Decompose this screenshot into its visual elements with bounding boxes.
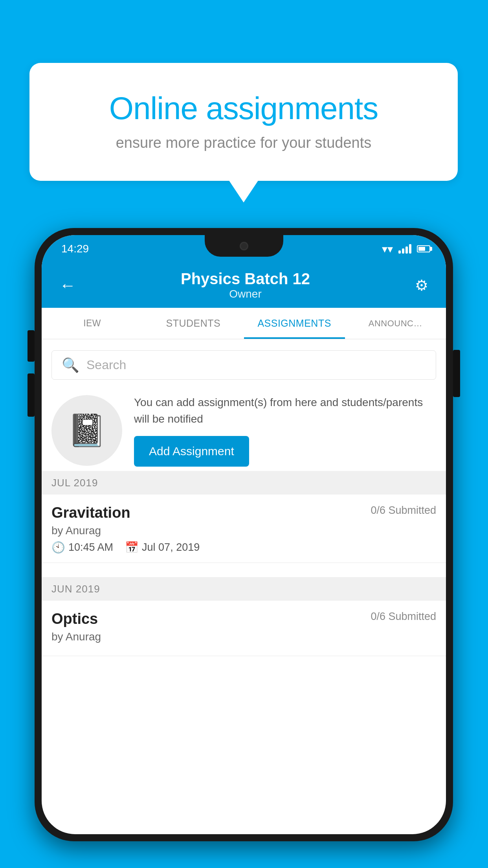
status-time: 14:29 (61, 243, 89, 255)
wifi-icon: ▾▾ (382, 243, 393, 256)
assignment-meta-gravitation: 🕙 10:45 AM 📅 Jul 07, 2019 (51, 541, 436, 554)
optics-by: by Anurag (51, 631, 436, 643)
gravitation-time: 🕙 10:45 AM (51, 541, 113, 554)
back-button[interactable]: ← (55, 272, 80, 299)
background: Online assignments ensure more practice … (0, 0, 488, 868)
volume-down-button (28, 373, 35, 417)
speech-bubble-subtitle: ensure more practice for your students (61, 134, 426, 151)
tab-students[interactable]: STUDENTS (143, 308, 244, 339)
battery-icon (417, 245, 430, 252)
app-bar-title: Physics Batch 12 (80, 270, 411, 288)
calendar-icon: 📅 (125, 541, 139, 554)
app-bar-subtitle: Owner (80, 288, 411, 300)
gravitation-date: 📅 Jul 07, 2019 (125, 541, 200, 554)
add-assignment-section: 📓 You can add assignment(s) from here an… (42, 383, 446, 479)
add-assignment-button[interactable]: Add Assignment (134, 436, 249, 467)
month-header-jul: JUL 2019 (42, 471, 446, 495)
assignment-row-top: Gravitation 0/6 Submitted (51, 504, 436, 521)
optics-row-top: Optics 0/6 Submitted (51, 611, 436, 627)
gravitation-date-value: Jul 07, 2019 (142, 541, 200, 554)
phone-screen: 14:29 ▾▾ (42, 235, 446, 834)
camera-dot (240, 242, 248, 250)
signal-bars-icon (398, 244, 411, 254)
settings-icon[interactable]: ⚙ (411, 273, 432, 298)
status-icons: ▾▾ (382, 243, 430, 256)
assignment-name-optics: Optics (51, 611, 98, 627)
assignment-item-optics[interactable]: Optics 0/6 Submitted by Anurag (42, 601, 446, 656)
month-label-jul: JUL 2019 (51, 477, 98, 489)
volume-up-button (28, 330, 35, 362)
speech-bubble: Online assignments ensure more practice … (29, 63, 458, 181)
search-container: 🔍 Search (42, 343, 446, 387)
speech-bubble-title: Online assignments (61, 90, 426, 127)
search-icon: 🔍 (62, 357, 79, 373)
speech-bubble-container: Online assignments ensure more practice … (29, 63, 458, 181)
tab-iew[interactable]: IEW (42, 308, 143, 339)
assignment-icon-circle: 📓 (51, 395, 122, 466)
tab-assignments[interactable]: ASSIGNMENTS (244, 308, 345, 339)
phone-mockup: 14:29 ▾▾ (35, 228, 453, 841)
app-bar: ← Physics Batch 12 Owner ⚙ (42, 263, 446, 308)
tab-bar: IEW STUDENTS ASSIGNMENTS ANNOUNC… (42, 308, 446, 339)
app-bar-center: Physics Batch 12 Owner (80, 270, 411, 300)
month-label-jun: JUN 2019 (51, 583, 100, 595)
gravitation-by: by Anurag (51, 524, 436, 537)
month-header-jun: JUN 2019 (42, 577, 446, 601)
phone-notch (205, 235, 283, 257)
power-button (453, 350, 460, 397)
optics-submitted: 0/6 Submitted (371, 611, 436, 623)
clock-icon: 🕙 (51, 541, 65, 554)
gravitation-time-value: 10:45 AM (68, 541, 113, 554)
assignment-info: You can add assignment(s) from here and … (134, 394, 436, 467)
gravitation-submitted: 0/6 Submitted (371, 504, 436, 517)
search-placeholder: Search (86, 358, 126, 372)
tab-announcements[interactable]: ANNOUNC… (345, 308, 446, 339)
phone-outer: 14:29 ▾▾ (35, 228, 453, 841)
assignment-item-gravitation[interactable]: Gravitation 0/6 Submitted by Anurag 🕙 10… (42, 495, 446, 563)
assignment-name-gravitation: Gravitation (51, 504, 130, 521)
assignment-description: You can add assignment(s) from here and … (134, 394, 436, 427)
notebook-icon: 📓 (67, 412, 106, 449)
search-bar[interactable]: 🔍 Search (51, 350, 436, 380)
